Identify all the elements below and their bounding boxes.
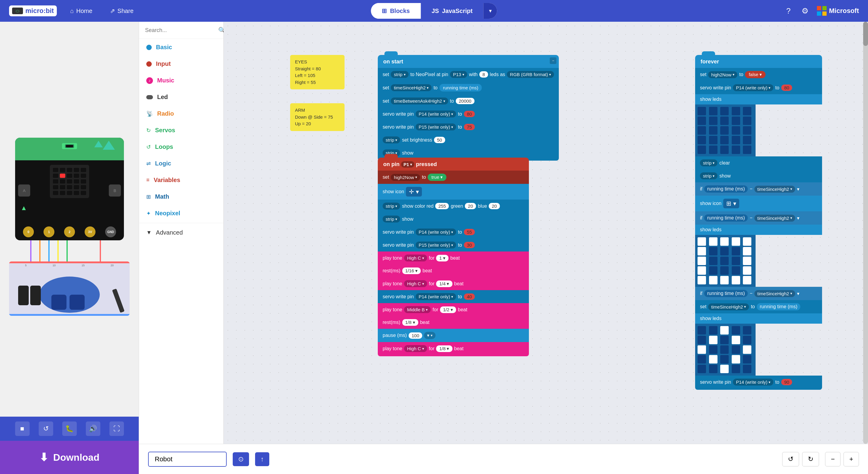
project-name-input[interactable] (148, 452, 227, 467)
toolbox-item-neopixel[interactable]: ✦ Neopixel (139, 205, 223, 222)
set-high2now-block[interactable]: set high2Now to true ▾ (378, 171, 529, 184)
toolbox-item-advanced[interactable]: ▼ Advanced (139, 224, 223, 241)
toolbox-item-math[interactable]: ⊞ Math (139, 189, 223, 205)
time-since-dd3[interactable]: timeSinceHigh2 (754, 290, 795, 297)
settings-button[interactable]: ⚙ (799, 4, 811, 18)
share-project-button[interactable]: ↑ (255, 452, 269, 466)
play-tone-quarter[interactable]: play tone High C for 1/4 ▾ beat (378, 277, 529, 290)
save-project-button[interactable]: ⊙ (233, 452, 249, 466)
play-tone-1[interactable]: play tone High C for 1 ▾ beat (378, 251, 529, 265)
rest-block1[interactable]: rest(ms) 1/16 ▾ beat (378, 265, 529, 277)
fullscreen-button[interactable]: ⛶ (110, 421, 124, 436)
download-button[interactable]: ⬇ Download (0, 441, 139, 474)
servo-p14-90[interactable]: servo write pin P14 (write only) to 90 (695, 376, 822, 390)
time-since-dd[interactable]: timeSinceHigh2 (754, 186, 795, 193)
restart-button[interactable]: ↺ (39, 421, 53, 436)
button-b[interactable]: B (109, 184, 121, 197)
tone-highc-dd[interactable]: High C (404, 255, 427, 262)
tone-midb-dd[interactable]: Middle B (404, 306, 431, 313)
strip-dropdown[interactable]: strip (391, 71, 408, 78)
high2now-dd2[interactable]: high2Now (708, 71, 738, 78)
play-tone-half[interactable]: play tone Middle B for 1/2 ▾ beat (378, 303, 529, 316)
forever-hat[interactable]: forever (695, 55, 822, 68)
pin-dropdown[interactable]: P13 (450, 71, 467, 78)
home-button[interactable]: ⌂ Home (66, 5, 96, 17)
show-icon-forever[interactable]: show icon ⊞ ▾ (695, 196, 822, 211)
debug-button[interactable]: 🐛 (62, 421, 77, 436)
p14-55-dd[interactable]: P14 (write only) (415, 229, 456, 236)
servo-p15-30[interactable]: servo write pin P15 (write only) to 30 (378, 238, 529, 251)
pin1-dd[interactable]: P1 (401, 161, 414, 168)
sound-button[interactable]: 🔊 (86, 421, 100, 436)
high2now-dd[interactable]: high2Now (391, 174, 420, 181)
running-time-block[interactable]: running time (ms) (439, 84, 482, 92)
toolbox-item-variables[interactable]: ≡ Variables (139, 172, 223, 189)
blocks-canvas[interactable]: EYESStraight = 80Left = 105Right = 55 AR… (224, 22, 868, 474)
button-a[interactable]: A (18, 184, 30, 197)
toolbox-item-radio[interactable]: 📡 Radio (139, 105, 223, 122)
strip-bright-dd[interactable]: strip (383, 136, 400, 143)
if-block3[interactable]: if running time (ms) − timeSinceHigh2 ▾ (695, 287, 822, 300)
tab-dropdown-button[interactable]: ▾ (484, 3, 497, 19)
p14-80-dd[interactable]: P14 (write only) (733, 84, 773, 91)
collapse-button[interactable]: − (550, 57, 556, 64)
led-grid-3[interactable] (695, 324, 755, 376)
pause-dd[interactable]: ▾ (424, 332, 435, 339)
zoom-in-button[interactable]: + (843, 452, 859, 467)
set-strip-block[interactable]: set strip to NeoPixel at pin P13 with 8 … (378, 68, 559, 81)
strip-clear[interactable]: strip clear (695, 157, 822, 169)
strip-dd2[interactable]: strip (383, 215, 400, 223)
p15-dropdown[interactable]: P15 (write only) (415, 124, 456, 130)
led-grid-2[interactable] (695, 235, 755, 287)
toolbox-item-music[interactable]: ♪ Music (139, 72, 223, 89)
time-between-var[interactable]: timeBetweenAsk4High2 (391, 98, 448, 104)
toolbox-item-loops[interactable]: ↺ Loops (139, 139, 223, 155)
undo-button[interactable]: ↺ (782, 452, 799, 467)
if-block1[interactable]: if running time (ms) − timeSinceHigh2 ▾ (695, 182, 822, 196)
stop-button[interactable]: ■ (15, 421, 30, 436)
icon-crosshair[interactable]: ✛ ▾ (406, 187, 422, 197)
scrollbar-thumb[interactable] (863, 22, 868, 46)
search-input[interactable] (145, 27, 215, 34)
if-block2[interactable]: if running time (ms) − timeSinceHigh2 ▾ (695, 211, 822, 225)
toolbox-item-input[interactable]: Input (139, 56, 223, 72)
strip-clear-dd[interactable]: strip (700, 160, 717, 166)
redo-button[interactable]: ↻ (802, 452, 819, 467)
servo-p14-block[interactable]: servo write pin P14 (write only) to 80 (378, 107, 559, 121)
pause-block[interactable]: pause (ms) 100 ▾ (378, 329, 529, 342)
servo-p14-80[interactable]: servo write pin P14 (write only) to 80 (695, 81, 822, 94)
brightness-block[interactable]: strip set brightness 50 (378, 133, 559, 146)
blocks-tab[interactable]: ⊞ Blocks (371, 3, 421, 19)
strip-dd3[interactable]: strip (700, 172, 717, 179)
p15-30-dd[interactable]: P15 (write only) (415, 241, 456, 248)
time-since-dd4[interactable]: timeSinceHigh2 (708, 303, 749, 310)
toolbox-item-led[interactable]: Led (139, 89, 223, 105)
set-time-since2[interactable]: set timeSinceHigh2 to running time (ms) (695, 300, 822, 313)
p14-dropdown[interactable]: P14 (write only) (415, 110, 456, 117)
toolbox-item-servos[interactable]: ↻ Servos (139, 122, 223, 139)
share-button[interactable]: ⇗ Share (106, 5, 138, 17)
javascript-tab[interactable]: JS JavaScript (421, 3, 484, 19)
format-dropdown[interactable]: RGB (GRB format) (507, 71, 554, 78)
strip-show2[interactable]: strip show (378, 212, 529, 226)
set-time-between-block[interactable]: set timeBetweenAsk4High2 to 20000 (378, 95, 559, 107)
time-since-var[interactable]: timeSinceHigh2 (391, 84, 432, 91)
set-high2-false[interactable]: set high2Now to false ▾ (695, 68, 822, 81)
zoom-out-button[interactable]: − (825, 452, 840, 467)
strip-color-dd[interactable]: strip (383, 203, 400, 209)
on-pin-hat[interactable]: on pin P1 pressed (378, 158, 529, 171)
set-time-since-block[interactable]: set timeSinceHigh2 to running time (ms) (378, 81, 559, 95)
time-since-dd2[interactable]: timeSinceHigh2 (754, 215, 795, 222)
show-color-block[interactable]: strip show color red 255 green 20 blue 2… (378, 200, 529, 212)
tone-highc2-dd[interactable]: High C (404, 280, 427, 287)
strip-show3[interactable]: strip show (695, 169, 822, 182)
help-button[interactable]: ? (784, 4, 793, 18)
play-tone-eighth[interactable]: play tone High C for 1/8 ▾ beat (378, 342, 529, 356)
on-start-hat[interactable]: on start − (378, 55, 559, 68)
tone-highc3-dd[interactable]: High C (404, 345, 427, 352)
p14-90-dd[interactable]: P14 (write only) (733, 379, 773, 385)
icon-grid[interactable]: ⊞ ▾ (723, 199, 739, 208)
toolbox-item-basic[interactable]: Basic (139, 39, 223, 56)
servo-p14-55[interactable]: servo write pin P14 (write only) to 55 (378, 226, 529, 238)
servo-p15-block[interactable]: servo write pin P15 (write only) to 75 (378, 121, 559, 133)
